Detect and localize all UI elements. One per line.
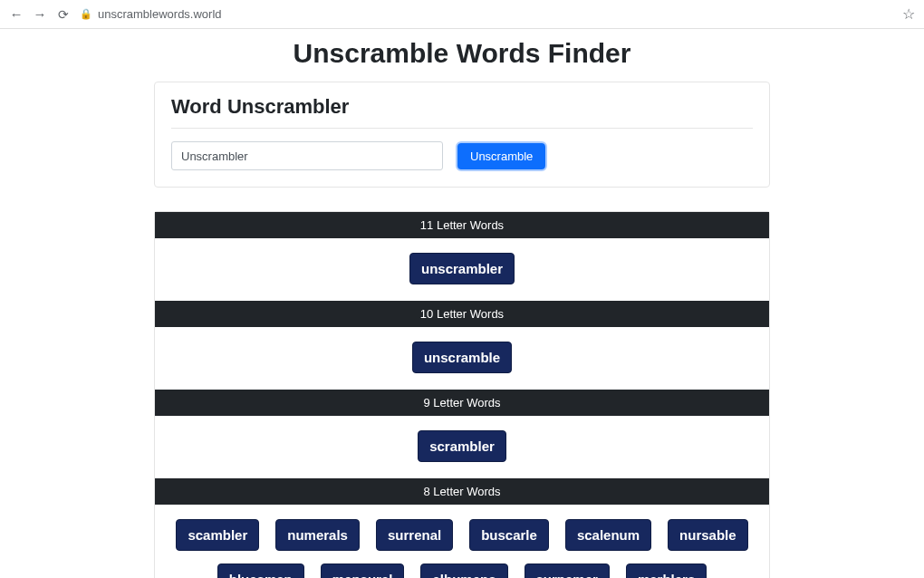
reload-icon[interactable]: ⟳ — [56, 7, 71, 22]
word-chip[interactable]: bluesman — [217, 564, 304, 578]
word-chip[interactable]: nursable — [668, 519, 748, 551]
section-header: 10 Letter Words — [155, 301, 769, 327]
page-title: Unscramble Words Finder — [154, 38, 770, 69]
word-chip[interactable]: surrenal — [376, 519, 453, 551]
words-row: scrambler — [155, 416, 769, 478]
address-bar[interactable]: 🔒 unscramblewords.world — [80, 7, 222, 21]
divider — [171, 128, 753, 129]
unscrambler-card: Word Unscrambler Unscramble — [154, 82, 770, 188]
words-row: scamblernumeralssurrenalbuscarlescalenum… — [155, 505, 769, 578]
word-chip[interactable]: scrambler — [418, 430, 506, 462]
word-chip[interactable]: buscarle — [469, 519, 549, 551]
lock-icon: 🔒 — [80, 8, 92, 20]
bookmark-star-icon[interactable]: ☆ — [902, 5, 915, 23]
unscramble-button[interactable]: Unscramble — [457, 143, 545, 169]
section-header: 8 Letter Words — [155, 478, 769, 505]
results-panel: 11 Letter Wordsunscrambler10 Letter Word… — [154, 211, 770, 578]
word-chip[interactable]: scalenum — [565, 519, 651, 551]
section-header: 11 Letter Words — [155, 212, 769, 238]
word-chip[interactable]: numerals — [275, 519, 360, 551]
form-row: Unscramble — [171, 141, 753, 170]
word-input[interactable] — [171, 141, 443, 170]
word-chip[interactable]: scambler — [176, 519, 259, 551]
page-viewport[interactable]: Unscramble Words Finder Word Unscrambler… — [0, 29, 924, 578]
word-chip[interactable]: albumens — [420, 564, 507, 578]
section-header: 9 Letter Words — [155, 390, 769, 416]
card-heading: Word Unscrambler — [171, 95, 753, 119]
word-chip[interactable]: unscramble — [412, 342, 512, 373]
word-chip[interactable]: surnamer — [525, 564, 610, 578]
words-row: unscramble — [155, 327, 769, 390]
browser-toolbar: ← → ⟳ 🔒 unscramblewords.world ☆ — [0, 0, 924, 29]
words-row: unscrambler — [155, 238, 769, 301]
word-chip[interactable]: mensural — [321, 564, 405, 578]
word-chip[interactable]: unscrambler — [409, 253, 515, 284]
back-icon[interactable]: ← — [9, 6, 24, 22]
word-chip[interactable]: marblers — [626, 564, 707, 578]
url-text: unscramblewords.world — [98, 7, 222, 21]
forward-icon[interactable]: → — [33, 6, 47, 22]
